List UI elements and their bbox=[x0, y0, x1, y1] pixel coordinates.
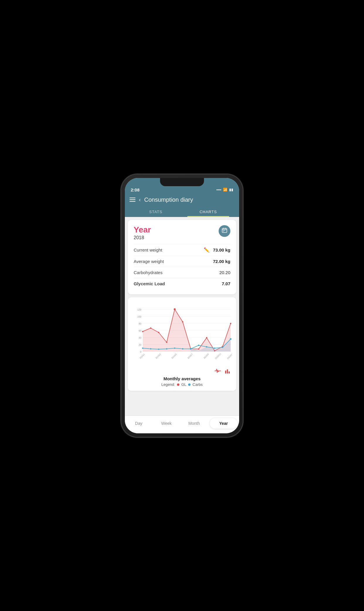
page-title: Consumption diary bbox=[144, 196, 193, 203]
svg-point-24 bbox=[158, 332, 159, 333]
svg-text:0: 0 bbox=[140, 350, 142, 353]
svg-point-39 bbox=[174, 347, 176, 349]
svg-point-42 bbox=[198, 344, 200, 346]
bottom-nav: Day Week Month Year bbox=[125, 415, 239, 433]
svg-point-41 bbox=[190, 348, 192, 350]
battery-icon: ▮▮ bbox=[229, 188, 233, 192]
carbs-dot bbox=[188, 383, 190, 386]
svg-text:80: 80 bbox=[139, 322, 142, 325]
current-weight-value: 73.00 kg bbox=[213, 247, 230, 252]
current-weight-label: Current weight bbox=[134, 247, 162, 252]
menu-button[interactable] bbox=[130, 198, 135, 202]
pulse-icon[interactable] bbox=[215, 368, 221, 375]
svg-text:120: 120 bbox=[137, 308, 142, 311]
nav-week[interactable]: Week bbox=[153, 419, 181, 427]
current-weight-row: Current weight ✏️ 73.00 kg bbox=[134, 244, 230, 256]
glycemic-load-label: Glycemic Load bbox=[134, 281, 165, 286]
svg-rect-54 bbox=[225, 371, 226, 374]
tab-bar: STATS CHARTS bbox=[130, 207, 234, 217]
notch bbox=[160, 178, 204, 186]
edit-icon[interactable]: ✏️ bbox=[204, 247, 210, 253]
svg-rect-5 bbox=[224, 230, 225, 231]
chart-area: 120 100 80 60 40 20 0 bbox=[132, 301, 232, 366]
svg-point-40 bbox=[182, 348, 183, 349]
average-weight-value: 72.00 kg bbox=[213, 259, 230, 264]
chart-actions bbox=[132, 368, 232, 375]
svg-point-29 bbox=[198, 348, 200, 350]
app-header: ‹ Consumption diary STATS CHARTS bbox=[125, 194, 239, 217]
svg-point-26 bbox=[174, 308, 176, 310]
stats-card: Year 2018 bbox=[128, 220, 236, 294]
svg-text:2016/11: 2016/11 bbox=[214, 352, 222, 360]
status-time: 2:08 bbox=[131, 187, 140, 192]
tab-charts[interactable]: CHARTS bbox=[182, 207, 234, 217]
svg-text:100: 100 bbox=[137, 315, 142, 318]
average-weight-label: Average weight bbox=[134, 259, 164, 264]
svg-text:20: 20 bbox=[139, 343, 142, 346]
svg-point-43 bbox=[206, 346, 207, 347]
wifi-signal-icon: 📶 bbox=[223, 188, 227, 192]
chart-legend: Legend: GL Carbs bbox=[132, 382, 232, 387]
svg-text:2016/12: 2016/12 bbox=[227, 352, 232, 360]
svg-point-37 bbox=[158, 348, 159, 350]
glycemic-load-value: 7.07 bbox=[222, 281, 230, 286]
svg-rect-55 bbox=[227, 369, 228, 374]
svg-rect-56 bbox=[229, 371, 230, 374]
svg-point-25 bbox=[166, 342, 167, 343]
svg-point-38 bbox=[166, 348, 167, 349]
gl-dot bbox=[177, 383, 179, 386]
main-content: Year 2018 bbox=[125, 217, 239, 415]
svg-text:2016/5: 2016/5 bbox=[171, 353, 177, 359]
svg-point-44 bbox=[214, 347, 215, 349]
status-icons: ▪▪▪▪ 📶 ▮▮ bbox=[216, 188, 233, 192]
svg-point-27 bbox=[182, 321, 183, 323]
tab-stats[interactable]: STATS bbox=[130, 207, 182, 217]
glycemic-load-row: Glycemic Load 7.07 bbox=[134, 278, 230, 289]
nav-year[interactable]: Year bbox=[210, 418, 238, 429]
svg-text:60: 60 bbox=[139, 329, 142, 332]
chart-title: Monthly averages bbox=[132, 376, 232, 381]
svg-point-22 bbox=[142, 331, 144, 332]
bar-chart-icon[interactable] bbox=[224, 368, 231, 375]
calendar-button[interactable] bbox=[219, 225, 230, 237]
svg-text:2016/9: 2016/9 bbox=[203, 353, 209, 359]
svg-point-45 bbox=[222, 347, 223, 348]
svg-rect-2 bbox=[223, 228, 224, 229]
carbohydrates-row: Carbohydrates 20.20 bbox=[134, 267, 230, 278]
carbohydrates-value: 20.20 bbox=[219, 270, 230, 275]
svg-point-36 bbox=[150, 348, 152, 349]
carbohydrates-label: Carbohydrates bbox=[134, 270, 162, 275]
calendar-icon bbox=[222, 227, 227, 235]
legend-gl: GL bbox=[181, 382, 186, 387]
back-button[interactable]: ‹ bbox=[139, 197, 141, 203]
svg-rect-3 bbox=[225, 228, 226, 229]
svg-point-30 bbox=[206, 337, 207, 338]
year-label: Year bbox=[134, 225, 151, 235]
svg-point-33 bbox=[230, 323, 232, 324]
wifi-icon: ▪▪▪▪ bbox=[216, 188, 221, 192]
svg-point-35 bbox=[142, 347, 144, 349]
year-value: 2018 bbox=[134, 235, 151, 240]
legend-carbs: Carbs bbox=[193, 382, 203, 387]
chart-svg: 120 100 80 60 40 20 0 bbox=[132, 301, 232, 366]
svg-point-23 bbox=[150, 327, 152, 329]
svg-text:2016/7: 2016/7 bbox=[187, 353, 193, 359]
chart-card: 120 100 80 60 40 20 0 bbox=[128, 297, 236, 391]
nav-day[interactable]: Day bbox=[125, 419, 153, 427]
legend-prefix: Legend: bbox=[161, 382, 175, 387]
nav-month[interactable]: Month bbox=[180, 419, 208, 427]
average-weight-row: Average weight 72.00 kg bbox=[134, 256, 230, 267]
svg-rect-6 bbox=[223, 231, 224, 232]
svg-point-46 bbox=[230, 338, 232, 340]
svg-text:2016/3: 2016/3 bbox=[155, 353, 161, 359]
svg-text:40: 40 bbox=[139, 336, 142, 339]
svg-rect-4 bbox=[223, 230, 224, 231]
svg-text:2016/1: 2016/1 bbox=[139, 353, 145, 359]
